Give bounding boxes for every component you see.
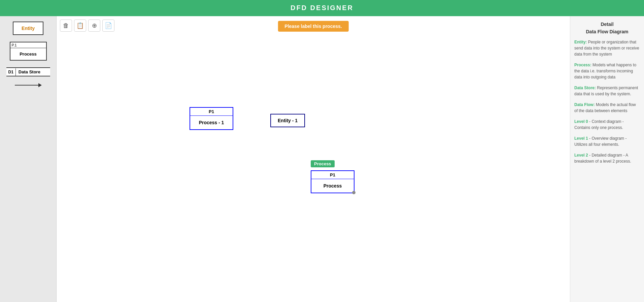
datastore-label: Data Store bbox=[16, 68, 43, 76]
canvas-area[interactable]: 🗑 📋 ⊕ 📄 Please label this process. P1 Pr… bbox=[57, 16, 570, 302]
detail-level0-block: Level 0 - Context diagram - Contains onl… bbox=[574, 119, 640, 131]
detail-datastore-label: Data Store: bbox=[574, 86, 596, 90]
detail-panel-title: Detail bbox=[574, 22, 640, 27]
sidebar-arrow-item[interactable] bbox=[4, 83, 52, 87]
canvas-process-2-body: Process bbox=[311, 179, 354, 193]
resize-handle[interactable] bbox=[352, 191, 355, 194]
canvas-process-1-body: Process - 1 bbox=[190, 116, 233, 129]
sidebar-datastore-item[interactable]: D1 Data Store bbox=[4, 67, 52, 76]
datastore-id: D1 bbox=[6, 68, 16, 76]
arrow-head bbox=[38, 83, 42, 87]
delete-button[interactable]: 🗑 bbox=[60, 20, 72, 32]
canvas-process-2[interactable]: P1 Process bbox=[311, 170, 354, 193]
add-button[interactable]: ⊕ bbox=[88, 20, 100, 32]
sidebar-process-item[interactable]: P.1 Process bbox=[4, 42, 52, 61]
toolbar: 🗑 📋 ⊕ 📄 bbox=[60, 20, 114, 32]
detail-level1-label: Level 1 bbox=[574, 136, 588, 141]
detail-dataflow-label: Data Flow: bbox=[574, 102, 595, 107]
detail-process-block: Process: Models what happens to the data… bbox=[574, 62, 640, 80]
canvas-process-1-header: P1 bbox=[190, 108, 233, 116]
entity-template[interactable]: Entity bbox=[13, 22, 43, 35]
detail-panel: Detail Data Flow Diagram Entity: People … bbox=[570, 16, 644, 302]
notification-banner: Please label this process. bbox=[278, 21, 348, 32]
detail-level2-block: Level 2 - Detailed diagram - A breakdown… bbox=[574, 152, 640, 164]
process-template[interactable]: P.1 Process bbox=[10, 42, 47, 61]
datastore-template[interactable]: D1 Data Store bbox=[6, 67, 50, 76]
canvas-process-2-tooltip: Process bbox=[311, 160, 335, 167]
canvas-process-2-header: P1 bbox=[311, 171, 354, 179]
app-header: DFD DESIGNER bbox=[0, 0, 644, 16]
sidebar: Entity P.1 Process D1 Data Store bbox=[0, 16, 57, 302]
detail-dataflow-block: Data Flow: Models the actual flow of the… bbox=[574, 102, 640, 114]
detail-panel-subtitle: Data Flow Diagram bbox=[574, 29, 640, 34]
arrow-template[interactable] bbox=[15, 83, 42, 87]
detail-process-label: Process: bbox=[574, 63, 591, 67]
arrow-line bbox=[15, 85, 38, 86]
app-title: DFD DESIGNER bbox=[291, 4, 353, 11]
process-template-header: P.1 bbox=[10, 42, 46, 48]
detail-level0-label: Level 0 bbox=[574, 119, 588, 124]
process-template-body: Process bbox=[10, 48, 46, 60]
canvas-process-1[interactable]: P1 Process - 1 bbox=[190, 107, 233, 130]
detail-level1-block: Level 1 - Overview diagram - Utilizes al… bbox=[574, 135, 640, 147]
detail-datastore-block: Data Store: Represents permanent data th… bbox=[574, 85, 640, 97]
copy-button[interactable]: 📋 bbox=[74, 20, 86, 32]
detail-level2-label: Level 2 bbox=[574, 153, 588, 158]
canvas-entity-1[interactable]: Entity - 1 bbox=[270, 114, 305, 127]
paste-button[interactable]: 📄 bbox=[102, 20, 114, 32]
sidebar-entity-item[interactable]: Entity bbox=[4, 22, 52, 35]
detail-entity-block: Entity: People or organization that send… bbox=[574, 39, 640, 57]
detail-entity-label: Entity: bbox=[574, 40, 587, 44]
